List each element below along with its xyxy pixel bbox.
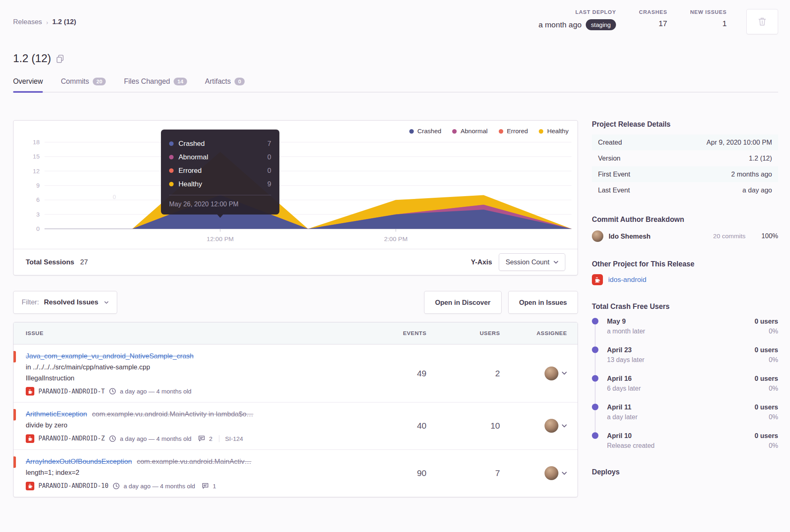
issue-row: Java_com_example_vu_android_NativeSample… [13,344,578,402]
crash-free-item: April 11 a day later 0 users 0% [592,402,778,422]
issues-toolbar: Filter: Resolved Issues Open in Discover… [13,291,578,314]
trash-icon [757,16,767,27]
legend-abnormal[interactable]: Abnormal [452,127,487,135]
open-in-discover-button[interactable]: Open in Discover [424,291,502,314]
files-changed-count-badge: 14 [174,78,187,85]
chevron-down-icon [553,261,558,264]
yaxis-label: Y-Axis [471,258,492,266]
breadcrumb-releases[interactable]: Releases [13,18,42,26]
copy-icon[interactable] [56,54,64,63]
author-row: Ido Shemesh 20 commits 100% [592,230,778,243]
project-coffee-icon [26,482,34,490]
svg-text:2:00 PM: 2:00 PM [384,235,408,242]
tooltip-healthy-row: Healthy 9 [169,177,271,191]
svg-text:18: 18 [33,139,40,145]
release-overview-page: Releases › 1.2 (12) LAST DEPLOY a month … [0,0,790,532]
yaxis-select[interactable]: Session Count [499,253,565,271]
timeline-dot-icon [592,318,598,324]
errored-dot-icon [169,168,174,173]
tooltip-abnormal-row: Abnormal 0 [169,150,271,164]
stat-crashes-label: CRASHES [639,9,667,15]
issue-message: divide by zero [26,420,349,430]
open-in-issues-button[interactable]: Open in Issues [508,291,578,314]
issue-message: length=1; index=2 [26,467,349,478]
author-name: Ido Shemesh [609,232,708,240]
page-title: 1.2 (12) [13,52,51,65]
delete-release-button[interactable] [746,9,778,34]
section-heading: Other Project for This Release [592,260,778,268]
crashed-dot-icon [409,129,414,134]
artifacts-count-badge: 0 [234,78,245,85]
deploys-heading: Deploys [592,468,778,476]
crash-free-item: May 9 a month later 0 users 0% [592,317,778,336]
assignee-dropdown[interactable] [500,367,567,380]
issue-title-link[interactable]: ArrayIndexOutOfBoundsException [26,458,132,465]
col-header-issue: ISSUE [13,330,349,336]
sessions-area-chart[interactable]: 036912151812:00 PM2:00 PM0 Crashed 7 Abn… [13,121,578,249]
project-coffee-icon [26,387,34,396]
assignee-dropdown[interactable] [500,419,567,433]
stat-new-issues-value: 1 [690,19,727,28]
healthy-dot-icon [539,129,543,134]
svg-text:12:00 PM: 12:00 PM [207,235,234,242]
issues-table-header: ISSUE EVENTS USERS ASSIGNEE [13,322,578,344]
issue-age: a day ago — 4 months old [120,388,192,395]
breadcrumb: Releases › 1.2 (12) [13,9,76,34]
author-percent: 100% [761,232,778,240]
chevron-down-icon [562,424,567,428]
tooltip-date: May 26, 2020 12:00 PM [169,195,271,209]
section-heading: Total Crash Free Users [592,302,778,311]
issue-row: ArithmeticExceptioncom.example.vu.androi… [13,402,578,450]
release-stats: LAST DEPLOY a month ago staging CRASHES … [538,9,778,34]
stat-new-issues-label: NEW ISSUES [690,9,727,15]
project-coffee-icon [26,434,34,443]
chart-legend: Crashed Abnormal Errored Healthy [409,127,569,135]
issue-ref: SI-124 [219,435,243,442]
issue-culprit: com.example.vu.android.MainActiv… [137,458,252,465]
crash-free-item: April 23 13 days later 0 users 0% [592,345,778,365]
issue-title-link[interactable]: Java_com_example_vu_android_NativeSample… [26,352,194,360]
issues-filter-dropdown[interactable]: Filter: Resolved Issues [13,291,117,314]
project-slug: PARANOID-ANDROID-Z [38,435,105,442]
issue-events-count: 49 [349,369,426,378]
tab-files-changed[interactable]: Files Changed 14 [124,77,187,92]
stat-last-deploy-value: a month ago [538,20,582,29]
legend-crashed[interactable]: Crashed [409,127,442,135]
tab-artifacts[interactable]: Artifacts 0 [205,77,245,92]
abnormal-dot-icon [169,155,174,159]
breadcrumb-current: 1.2 (12) [52,18,76,26]
legend-healthy[interactable]: Healthy [539,127,569,135]
issue-culprit: com.example.vu.android.MainActivity in l… [92,410,253,418]
legend-errored[interactable]: Errored [499,127,528,135]
project-coffee-icon [592,274,603,285]
tooltip-crashed-row: Crashed 7 [169,137,271,150]
issue-age: a day ago — 4 months old [124,483,195,490]
assignee-avatar [545,419,558,433]
assignee-dropdown[interactable] [500,466,567,480]
tab-overview[interactable]: Overview [13,77,43,92]
unhandled-indicator [13,456,16,468]
unhandled-indicator [13,409,16,420]
detail-row-created: Created Apr 9, 2020 10:00 PM [592,134,778,150]
issues-table: ISSUE EVENTS USERS ASSIGNEE Java_com_exa… [13,322,578,497]
issue-title-link[interactable]: ArithmeticException [26,410,87,418]
top-bar: Releases › 1.2 (12) LAST DEPLOY a month … [13,0,778,34]
section-heading: Project Release Details [592,120,778,129]
svg-text:9: 9 [36,182,40,189]
assignee-avatar [545,466,558,480]
release-sidebar: Project Release Details Created Apr 9, 2… [592,120,778,497]
tab-commits[interactable]: Commits 20 [61,77,106,92]
other-project-link[interactable]: idos-android [608,276,647,284]
total-sessions-value: 27 [80,258,88,266]
timeline-dot-icon [592,432,598,439]
issue-location: in ../../../../src/main/cpp/native-sampl… [26,362,349,372]
crashed-dot-icon [169,141,174,146]
release-tabs: Overview Commits 20 Files Changed 14 Art… [13,77,778,92]
author-commit-count: 20 commits [713,232,745,240]
crash-free-item: April 16 6 days later 0 users 0% [592,374,778,393]
staging-badge: staging [586,19,616,30]
crash-free-item: April 10 Release created 0 users 0% [592,431,778,451]
issue-users-count: 7 [426,468,500,478]
detail-row-version: Version 1.2 (12) [592,150,778,166]
crash-free-users-section: Total Crash Free Users May 9 a month lat… [592,302,778,451]
